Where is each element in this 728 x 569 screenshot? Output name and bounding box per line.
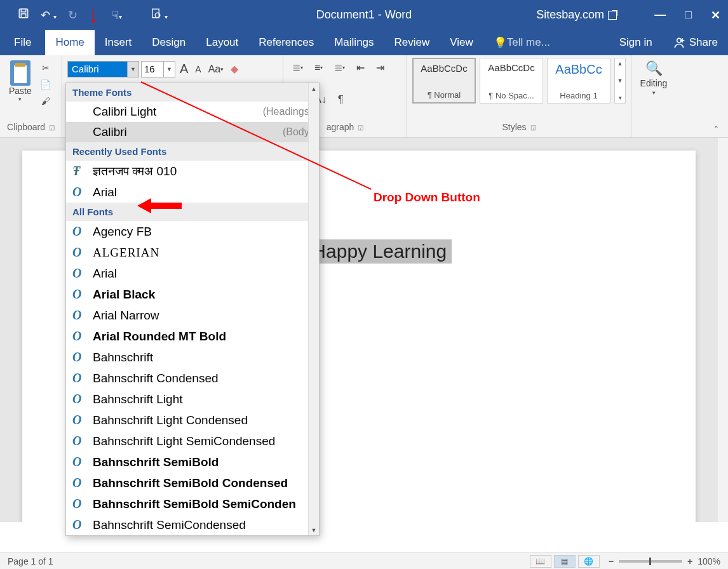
truetype-icon: Ŧ [72, 164, 86, 178]
undo-icon[interactable]: ↶ ▾ [41, 8, 57, 22]
status-bar: Page 1 of 1 📖 ▤ 🌐 − + 100% [0, 552, 728, 569]
svg-marker-8 [137, 198, 182, 213]
font-item[interactable]: OBahnschrift [66, 347, 319, 368]
touch-mode-icon[interactable]: ☟▾ [112, 8, 122, 22]
zoom-level[interactable]: 100% [698, 556, 720, 566]
collapse-ribbon-button[interactable]: ˄ [706, 124, 725, 135]
cut-icon[interactable]: ✂ [38, 60, 53, 76]
minimize-button[interactable]: — [654, 8, 666, 22]
paste-button[interactable]: Paste ▾ [5, 58, 36, 109]
theme-fonts-header: Theme Fonts [66, 83, 319, 102]
clear-formatting-button[interactable]: ◆ [228, 62, 241, 76]
quick-access-toolbar: ↶ ▾ ↻ ☟▾ ▾ [0, 8, 168, 22]
font-item[interactable]: OArial Rounded MT Bold [66, 326, 319, 347]
styles-more[interactable]: ▲▼▾ [614, 58, 626, 104]
view-read-mode[interactable]: 📖 [530, 555, 551, 568]
view-web-layout[interactable]: 🌐 [578, 555, 600, 568]
tab-file[interactable]: File [0, 30, 45, 55]
font-item[interactable]: OBahnschrift SemiCondensed [66, 514, 319, 535]
bullets-button[interactable]: ≣▾ [290, 60, 306, 75]
font-item[interactable]: OArial Narrow [66, 305, 319, 326]
scroll-down-icon[interactable]: ▼ [309, 525, 319, 535]
decrease-indent-button[interactable]: ⇤ [354, 60, 367, 75]
tab-insert[interactable]: Insert [95, 30, 142, 55]
font-item-recent-0[interactable]: Ŧ ज्ञतनजप क्मअ 010 [66, 161, 319, 182]
annotation-label: Drop Down Button [374, 191, 480, 204]
shrink-font-button[interactable]: A [192, 63, 203, 76]
save-icon[interactable] [18, 8, 29, 22]
font-name-dropdown-button[interactable]: ▼ [128, 61, 139, 77]
clipboard-dialog-launcher[interactable]: ◲ [49, 124, 55, 131]
window-title: Document1 - Word [316, 8, 412, 22]
tab-references[interactable]: References [248, 30, 324, 55]
format-painter-icon[interactable]: 🖌 [38, 93, 53, 109]
close-button[interactable]: ✕ [711, 8, 720, 22]
change-case-button[interactable]: Aa▾ [206, 62, 227, 76]
view-print-layout[interactable]: ▤ [554, 555, 576, 568]
show-hide-button[interactable]: ¶ [335, 93, 346, 107]
editing-button[interactable]: 🔍 Editing ▾ [640, 60, 668, 96]
font-item[interactable]: OBahnschrift Light SemiCondensed [66, 431, 319, 452]
font-name-input[interactable] [67, 61, 128, 77]
zoom-control: − + 100% [609, 556, 720, 566]
copy-icon[interactable]: 📄 [38, 77, 53, 92]
tab-design[interactable]: Design [142, 30, 196, 55]
zoom-out-button[interactable]: − [609, 556, 614, 566]
font-size-dropdown-button[interactable]: ▼ [164, 61, 175, 77]
editing-group: 🔍 Editing ▾ [631, 55, 676, 137]
font-item[interactable]: OBahnschrift Light Condensed [66, 410, 319, 431]
tab-home[interactable]: Home [45, 30, 94, 55]
dropdown-scrollbar[interactable]: ▲ ▼ [308, 83, 319, 535]
grow-font-button[interactable]: A [177, 60, 191, 77]
font-item[interactable]: OBahnschrift SemiBold Condensed [66, 472, 319, 493]
font-item[interactable]: OArial [66, 263, 319, 284]
all-fonts-header: All Fonts [66, 203, 319, 221]
tab-mailings[interactable]: Mailings [324, 30, 384, 55]
font-item[interactable]: OBahnschrift Light [66, 389, 319, 410]
sign-in-link[interactable]: Sign in [609, 30, 663, 55]
zoom-in-button[interactable]: + [687, 556, 692, 566]
title-bar: ↶ ▾ ↻ ☟▾ ▾ Document1 - Word Sitesbay.com… [0, 0, 728, 30]
font-size-input[interactable] [141, 61, 164, 77]
annotation-arrow-top: ↓ [90, 1, 98, 29]
font-item[interactable]: OALGERIAN [66, 242, 319, 263]
tab-layout[interactable]: Layout [196, 30, 248, 55]
popout-icon[interactable] [608, 11, 617, 20]
style-heading1[interactable]: AaBbCc Heading 1 [547, 58, 610, 104]
styles-group: AaBbCcDc ¶ Normal AaBbCcDc ¶ No Spac... … [407, 55, 631, 137]
increase-indent-button[interactable]: ⇥ [374, 60, 387, 75]
font-item[interactable]: OBahnschrift SemiBold SemiConden [66, 493, 319, 514]
numbering-button[interactable]: ≡▾ [312, 60, 325, 75]
font-size-combo[interactable]: ▼ [141, 61, 175, 77]
font-item-recent-arial[interactable]: O Arial [66, 182, 319, 203]
redo-icon[interactable]: ↻ [68, 8, 78, 22]
ribbon-tabs: File Home Insert Design Layout Reference… [0, 30, 728, 55]
clipboard-label: Clipboard◲ [5, 122, 57, 136]
print-preview-icon[interactable]: ▾ [150, 8, 168, 22]
font-item[interactable]: OBahnschrift SemiBold [66, 452, 319, 472]
page-indicator[interactable]: Page 1 of 1 [8, 556, 53, 566]
font-item[interactable]: OArial Black [66, 284, 319, 305]
clipboard-group: Paste ▾ ✂ 📄 🖌 Clipboard◲ [0, 55, 62, 137]
font-dropdown: ▲ ▼ Theme Fonts Calibri Light (Headings)… [65, 83, 320, 536]
paragraph-dialog-launcher[interactable]: ◲ [358, 124, 363, 131]
style-no-spacing[interactable]: AaBbCcDc ¶ No Spac... [480, 58, 543, 104]
tab-review[interactable]: Review [384, 30, 440, 55]
svg-rect-1 [21, 9, 26, 12]
styles-label: Styles◲ [412, 122, 626, 136]
multilevel-list-button[interactable]: ≣▾ [332, 60, 347, 75]
window-controls: — □ ✕ [654, 8, 720, 22]
font-item-calibri[interactable]: Calibri (Body) [66, 122, 319, 142]
font-name-combo[interactable]: ▼ [67, 61, 139, 77]
tell-me[interactable]: 💡 Tell me... [483, 30, 560, 55]
share-button[interactable]: Share [663, 30, 728, 55]
scroll-up-icon[interactable]: ▲ [309, 83, 319, 94]
recent-fonts-header: Recently Used Fonts [66, 142, 319, 161]
maximize-button[interactable]: □ [685, 8, 692, 22]
tab-view[interactable]: View [440, 30, 483, 55]
font-item[interactable]: OAgency FB [66, 221, 319, 242]
styles-dialog-launcher[interactable]: ◲ [530, 124, 536, 131]
font-item[interactable]: OBahnschrift Condensed [66, 368, 319, 389]
style-normal[interactable]: AaBbCcDc ¶ Normal [412, 58, 476, 104]
zoom-slider[interactable] [619, 560, 682, 563]
